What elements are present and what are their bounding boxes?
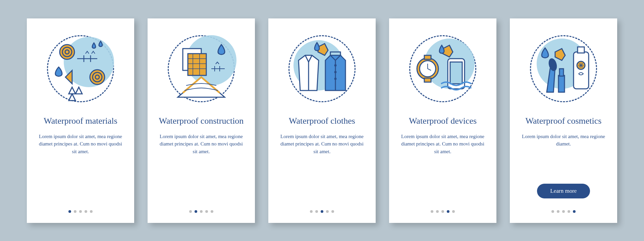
card-description: Lorem ipsum dolor sit amet, mea regione … (520, 133, 607, 148)
dot[interactable] (310, 210, 313, 213)
dot[interactable] (551, 210, 554, 213)
svg-rect-21 (559, 69, 564, 76)
onboarding-card-clothes: Waterproof clothes Lorem ipsum dolor sit… (268, 18, 376, 223)
dot[interactable] (568, 210, 570, 213)
card-description: Lorem ipsum dolor sit amet, mea regione … (158, 133, 245, 156)
onboarding-card-construction: Waterproof construction Lorem ipsum dolo… (148, 18, 255, 223)
dot[interactable] (562, 210, 565, 213)
dot[interactable] (74, 210, 76, 213)
dot[interactable] (431, 210, 433, 213)
clothes-icon (288, 35, 356, 102)
card-description: Lorem ipsum dolor sit amet, mea regione … (399, 133, 486, 156)
dot[interactable] (85, 210, 87, 213)
dot[interactable] (557, 210, 559, 213)
card-title: Waterproof construction (159, 116, 244, 126)
svg-point-22 (548, 58, 558, 71)
card-description: Lorem ipsum dolor sit amet, mea regione … (278, 133, 366, 156)
svg-point-8 (335, 65, 336, 66)
devices-illustration (406, 32, 480, 106)
dot[interactable] (441, 210, 444, 213)
svg-rect-7 (188, 54, 206, 75)
dot[interactable] (326, 210, 329, 213)
svg-point-9 (335, 71, 336, 73)
svg-rect-20 (558, 75, 565, 92)
onboarding-card-devices: Waterproof devices Lorem ipsum dolor sit… (389, 18, 496, 223)
dot[interactable] (205, 210, 208, 213)
construction-icon (168, 35, 235, 102)
card-title: Waterproof clothes (289, 116, 355, 126)
construction-illustration (164, 32, 238, 106)
materials-icon (47, 35, 114, 102)
dot[interactable] (315, 210, 318, 213)
pagination-dots (189, 210, 213, 213)
dot[interactable] (447, 210, 449, 213)
pagination-dots (551, 210, 576, 213)
svg-rect-14 (424, 78, 431, 82)
dot[interactable] (211, 210, 213, 213)
dot[interactable] (195, 210, 197, 213)
clothes-illustration (285, 32, 359, 106)
learn-more-button[interactable]: Learn more (537, 184, 590, 198)
dot[interactable] (189, 210, 192, 213)
dot[interactable] (436, 210, 439, 213)
dot[interactable] (452, 210, 455, 213)
svg-rect-18 (578, 47, 584, 53)
dot[interactable] (68, 210, 71, 213)
materials-illustration (44, 32, 117, 106)
dot[interactable] (573, 210, 576, 213)
dot[interactable] (90, 210, 93, 213)
svg-rect-13 (424, 55, 431, 59)
dot[interactable] (321, 210, 323, 213)
devices-icon (409, 35, 476, 102)
svg-point-10 (335, 78, 336, 79)
pagination-dots (68, 210, 93, 213)
cosmetics-icon (530, 35, 597, 102)
onboarding-card-materials: Waterproof materials Lorem ipsum dolor s… (27, 18, 134, 223)
card-title: Waterproof cosmetics (526, 116, 602, 126)
card-description: Lorem ipsum dolor sit amet, mea regione … (37, 133, 124, 156)
svg-rect-16 (450, 62, 462, 84)
dot[interactable] (200, 210, 203, 213)
dot[interactable] (79, 210, 82, 213)
dot[interactable] (331, 210, 334, 213)
svg-rect-17 (574, 52, 589, 89)
card-title: Waterproof devices (409, 116, 477, 126)
onboarding-card-cosmetics: Waterproof cosmetics Lorem ipsum dolor s… (510, 18, 617, 223)
pagination-dots (431, 210, 455, 213)
pagination-dots (310, 210, 334, 213)
cosmetics-illustration (527, 32, 600, 106)
card-title: Waterproof materials (44, 116, 117, 126)
